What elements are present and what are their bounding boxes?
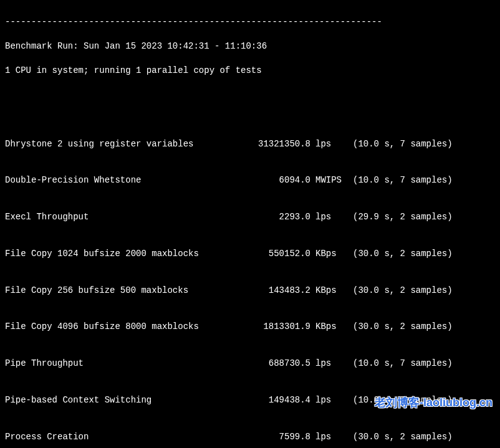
result-row: File Copy 1024 bufsize 2000 maxblocks550… [5,248,495,260]
terminal-output: ----------------------------------------… [0,0,500,448]
result-row: File Copy 256 bufsize 500 maxblocks14348… [5,285,495,297]
test-meta: (30.0 s, 2 samples) [353,321,495,333]
test-name: Execl Throughput [5,211,229,224]
test-unit: MWIPS [310,174,353,187]
result-row: Pipe Throughput688730.5lps(10.0 s, 7 sam… [5,358,495,370]
test-value: 2293.0 [229,211,310,224]
test-unit: lps [310,211,353,224]
test-meta: (10.0 s, 7 samples) [353,394,495,407]
test-unit: lps [310,431,353,444]
result-row: Dhrystone 2 using register variables3132… [5,138,495,151]
test-value: 143483.2 [229,285,310,297]
result-row: Double-Precision Whetstone6094.0MWIPS(10… [5,174,495,187]
test-unit: KBps [310,285,353,297]
test-value: 1813301.9 [229,321,310,333]
blank-line [5,89,495,102]
test-unit: lps [310,138,353,151]
test-unit: lps [310,394,353,407]
test-meta: (29.9 s, 2 samples) [353,211,495,224]
test-value: 7599.8 [229,431,310,444]
test-value: 688730.5 [229,358,310,370]
test-name: Pipe Throughput [5,358,229,370]
result-row: Process Creation7599.8lps(30.0 s, 2 samp… [5,431,495,444]
result-row: Execl Throughput2293.0lps(29.9 s, 2 samp… [5,211,495,224]
test-unit: KBps [310,248,353,260]
benchmark-run-line: Benchmark Run: Sun Jan 15 2023 10:42:31 … [5,41,495,53]
test-meta: (10.0 s, 7 samples) [353,138,495,151]
test-meta: (10.0 s, 7 samples) [353,358,495,370]
cpu-info-line: 1 CPU in system; running 1 parallel copy… [5,65,495,77]
test-unit: KBps [310,321,353,333]
test-meta: (10.0 s, 7 samples) [353,174,495,187]
test-meta: (30.0 s, 2 samples) [353,431,495,444]
test-name: Pipe-based Context Switching [5,394,229,407]
test-value: 31321350.8 [229,138,310,151]
test-value: 6094.0 [229,174,310,187]
test-name: Process Creation [5,431,229,444]
test-name: Double-Precision Whetstone [5,174,229,187]
divider-line: ----------------------------------------… [5,16,495,29]
test-unit: lps [310,358,353,370]
result-row: File Copy 4096 bufsize 8000 maxblocks181… [5,321,495,333]
test-name: File Copy 256 bufsize 500 maxblocks [5,285,229,297]
raw-results-section: Dhrystone 2 using register variables3132… [5,113,495,448]
test-name: File Copy 1024 bufsize 2000 maxblocks [5,248,229,260]
test-name: Dhrystone 2 using register variables [5,138,229,151]
test-name: File Copy 4096 bufsize 8000 maxblocks [5,321,229,333]
test-value: 149438.4 [229,394,310,407]
test-meta: (30.0 s, 2 samples) [353,248,495,260]
test-value: 550152.0 [229,248,310,260]
result-row: Pipe-based Context Switching149438.4lps(… [5,394,495,407]
test-meta: (30.0 s, 2 samples) [353,285,495,297]
